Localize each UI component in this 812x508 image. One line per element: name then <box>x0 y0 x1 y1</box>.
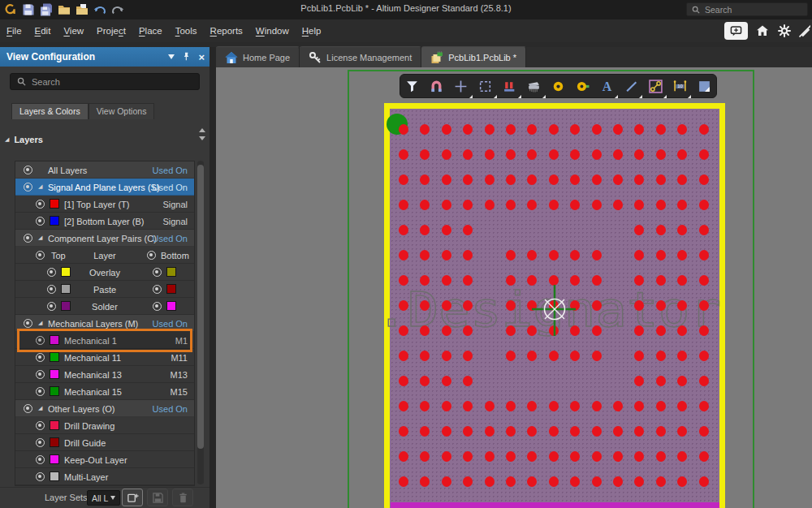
pad[interactable] <box>485 401 495 411</box>
pad[interactable] <box>592 149 602 160</box>
dropdown-arrow-icon[interactable] <box>494 95 497 98</box>
pad[interactable] <box>549 250 559 260</box>
dropdown-arrow-icon[interactable] <box>688 95 691 98</box>
pad[interactable] <box>399 149 408 160</box>
pad[interactable] <box>463 300 473 311</box>
pad[interactable] <box>634 426 644 437</box>
pad[interactable] <box>442 451 451 462</box>
pad[interactable] <box>592 300 602 311</box>
layer-color-swatch[interactable] <box>50 437 59 447</box>
pad[interactable] <box>570 451 580 462</box>
pad[interactable] <box>613 476 623 487</box>
pad[interactable] <box>442 351 451 361</box>
menu-reports[interactable]: Reports <box>204 19 249 42</box>
pad[interactable] <box>570 174 580 185</box>
pad[interactable] <box>506 275 516 286</box>
dropdown-arrow-icon[interactable] <box>639 95 642 98</box>
open-project-icon[interactable] <box>75 2 89 17</box>
pad[interactable] <box>677 174 687 185</box>
layer-row-multi-layer[interactable]: Multi-Layer <box>15 468 194 485</box>
layer-color-swatch[interactable] <box>50 471 59 481</box>
layer-color-swatch[interactable] <box>166 267 176 277</box>
pad[interactable] <box>570 250 580 260</box>
pad[interactable] <box>570 476 580 487</box>
pad[interactable] <box>656 426 666 437</box>
pad[interactable] <box>463 351 473 361</box>
pad[interactable] <box>677 325 687 336</box>
pad[interactable] <box>485 476 495 487</box>
layer-row-paste[interactable]: Paste <box>15 281 194 298</box>
pad[interactable] <box>527 451 537 462</box>
eye-icon[interactable] <box>36 455 45 464</box>
bottom-layer-strip[interactable] <box>391 502 719 508</box>
pad[interactable] <box>442 200 451 210</box>
layer-color-swatch[interactable] <box>50 454 59 464</box>
pad[interactable] <box>399 174 408 185</box>
menu-help[interactable]: Help <box>296 19 328 42</box>
pad[interactable] <box>634 451 644 462</box>
pad[interactable] <box>463 149 473 160</box>
pad[interactable] <box>463 124 473 135</box>
layer-row-solder[interactable]: Solder <box>15 298 194 315</box>
doc-tab-license-management[interactable]: License Management <box>300 46 421 67</box>
panel-search-input[interactable]: Search <box>10 73 200 90</box>
pad[interactable] <box>656 250 666 260</box>
pad[interactable] <box>420 300 430 311</box>
pad[interactable] <box>656 275 666 286</box>
pad[interactable] <box>677 426 687 437</box>
pad[interactable] <box>506 200 516 210</box>
pen-slash-icon[interactable] <box>799 24 810 38</box>
eye-icon[interactable] <box>153 302 162 311</box>
pad[interactable] <box>677 376 687 386</box>
pad[interactable] <box>549 149 559 160</box>
pad[interactable] <box>442 250 451 260</box>
pad[interactable] <box>699 401 709 411</box>
pad[interactable] <box>442 174 451 185</box>
layer-sets-dropdown[interactable]: All L <box>87 490 120 506</box>
eye-icon[interactable] <box>24 166 32 174</box>
tree-scrollbar[interactable] <box>197 161 204 484</box>
eye-icon[interactable] <box>36 251 45 260</box>
select-tool[interactable] <box>475 76 496 96</box>
pad[interactable] <box>527 174 537 185</box>
redo-icon[interactable] <box>110 2 125 17</box>
add-layer-set-button[interactable] <box>122 489 143 506</box>
pad-array-tool[interactable] <box>499 76 520 96</box>
layer-row-pair-header[interactable]: TopLayerBottom <box>15 247 194 264</box>
pad[interactable] <box>420 351 430 361</box>
pad[interactable] <box>420 149 430 160</box>
pad[interactable] <box>613 149 623 160</box>
pad[interactable] <box>420 426 430 437</box>
layer-color-swatch[interactable] <box>50 369 59 379</box>
layer-color-swatch[interactable] <box>166 301 176 311</box>
pad[interactable] <box>592 200 602 210</box>
pad[interactable] <box>699 351 709 361</box>
scrollbar-thumb[interactable] <box>197 165 204 449</box>
dropdown-arrow-icon[interactable] <box>663 95 667 98</box>
pad[interactable] <box>592 401 602 411</box>
eye-icon[interactable] <box>47 302 56 311</box>
layer-color-swatch[interactable] <box>50 420 59 430</box>
eye-icon[interactable] <box>153 285 162 294</box>
layer-row-mechanical-1[interactable]: Mechanical 1M1 <box>15 332 194 349</box>
pad[interactable] <box>613 426 623 437</box>
pad[interactable] <box>442 325 451 336</box>
tab-layers-colors[interactable]: Layers & Colors <box>11 103 89 119</box>
snapping-tool[interactable] <box>426 76 447 96</box>
pad[interactable] <box>613 124 623 135</box>
pad[interactable] <box>592 174 602 185</box>
pad[interactable] <box>506 300 516 311</box>
pad[interactable] <box>656 149 666 160</box>
pad[interactable] <box>506 174 516 185</box>
pad[interactable] <box>399 376 408 386</box>
menu-window[interactable]: Window <box>249 19 296 42</box>
pad[interactable] <box>442 401 451 411</box>
pad[interactable] <box>634 401 644 411</box>
save-all-icon[interactable] <box>39 2 54 17</box>
dropdown-arrow-icon[interactable] <box>615 95 618 98</box>
eye-icon[interactable] <box>24 404 32 413</box>
pad[interactable] <box>399 250 408 260</box>
jump-tool[interactable] <box>451 76 472 96</box>
pad[interactable] <box>463 225 473 235</box>
layer-group-row-all-layers[interactable]: All LayersUsed On <box>15 161 194 179</box>
